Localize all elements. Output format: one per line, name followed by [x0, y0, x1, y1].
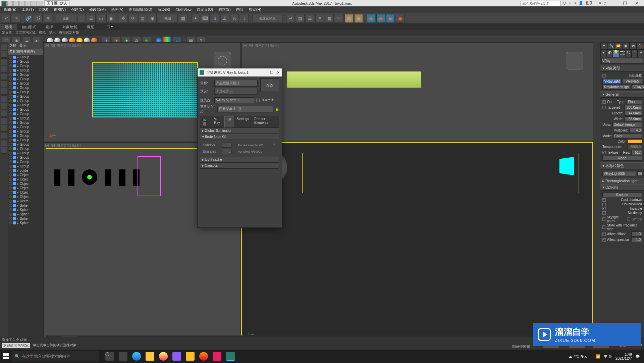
- angle-snap-icon[interactable]: ∠: [220, 14, 229, 23]
- dialog-minimize[interactable]: —: [263, 70, 267, 75]
- menu-animation[interactable]: 动画(A): [109, 6, 125, 13]
- start-button[interactable]: [0, 353, 12, 359]
- weather[interactable]: ☁ 7°C 多云: [569, 354, 588, 359]
- cp-tab-utilities[interactable]: 🔨: [637, 42, 644, 49]
- cb-affectdiffuse[interactable]: [602, 232, 606, 236]
- cb-affectspecular[interactable]: [602, 238, 606, 242]
- rotate-icon[interactable]: ⟳: [128, 14, 137, 23]
- se-item[interactable]: ▸ Group: [8, 120, 43, 125]
- se-item[interactable]: ▸ Group: [8, 94, 43, 99]
- render-setup-icon[interactable]: 🫖: [367, 14, 375, 23]
- exclude-button[interactable]: Exclude: [602, 192, 642, 197]
- help-q[interactable]: ?: [272, 143, 276, 147]
- aff-s-spinner[interactable]: 1.0: [631, 237, 642, 242]
- snap-toggle-icon[interactable]: 3: [211, 14, 219, 23]
- redo-icon[interactable]: ↷: [12, 14, 20, 23]
- selectionset-dropdown[interactable]: 创建选择集: [252, 14, 282, 23]
- se-column-header[interactable]: 名称(按升序排序): [8, 49, 43, 55]
- lt-8[interactable]: [1, 95, 7, 102]
- cb-nodecay[interactable]: [602, 211, 606, 215]
- render-icon[interactable]: 🫖: [386, 14, 395, 23]
- ribbon-sub-0[interactable]: 定义流: [2, 30, 12, 36]
- cb-savefile[interactable]: [256, 99, 260, 102]
- qat-link[interactable]: [38, 1, 43, 6]
- refcoord-dropdown[interactable]: 视图: [158, 14, 178, 23]
- select-icon[interactable]: ⬚: [77, 14, 86, 23]
- menu-grapheditors[interactable]: 图形编辑器(D): [127, 6, 154, 13]
- se-item[interactable]: ▸ Objec: [8, 186, 43, 190]
- ribbon-tab-freeform[interactable]: 自由形式: [17, 24, 41, 30]
- cp-category-dropdown[interactable]: VRay: [601, 58, 643, 64]
- se-item[interactable]: ▸ Group: [8, 125, 43, 129]
- se-item[interactable]: ▸ Group: [8, 138, 43, 142]
- se-item[interactable]: ▸ Spher: [8, 203, 43, 208]
- cp-roll-types[interactable]: ▾ 对象类型: [600, 65, 644, 72]
- tb-app1[interactable]: [159, 352, 168, 361]
- cp-roll-rect[interactable]: ▸ Rectangle/disc light: [600, 178, 644, 184]
- keyboard-icon[interactable]: ⌨: [201, 14, 210, 23]
- lt-1[interactable]: [1, 44, 7, 50]
- se-item[interactable]: ▸ Group: [8, 142, 43, 147]
- se-item[interactable]: ▸ Group: [8, 68, 43, 72]
- tb-edge[interactable]: [132, 352, 141, 361]
- type-dropdown[interactable]: Plane: [627, 99, 642, 104]
- undo-icon[interactable]: ↶: [2, 14, 11, 23]
- cb-castshadows[interactable]: [602, 198, 606, 202]
- exchange-icon[interactable]: ✕: [599, 1, 602, 5]
- dlg-tab-settings[interactable]: Settings: [234, 116, 252, 127]
- tray-date[interactable]: 2021/12/7: [615, 356, 632, 360]
- schematic-icon[interactable]: ▦: [344, 14, 353, 23]
- se-item[interactable]: ▸ Group: [8, 103, 43, 107]
- cp-roll-name[interactable]: ▾ 名称和颜色: [600, 162, 644, 169]
- help-search[interactable]: [521, 1, 561, 6]
- se-item[interactable]: ▸ Group: [8, 99, 43, 103]
- tb-3dsmax[interactable]: [226, 352, 235, 361]
- menu-help[interactable]: 帮助(H): [247, 6, 263, 13]
- lt-15[interactable]: [1, 147, 7, 154]
- ribbon-sub-3[interactable]: 显示: [49, 30, 56, 36]
- menu-create[interactable]: 创建(C): [69, 6, 86, 13]
- se-item[interactable]: ▸ Group: [8, 164, 43, 168]
- se-item[interactable]: ▸ Group: [8, 72, 43, 77]
- se-item[interactable]: ▸ Group: [8, 151, 43, 155]
- se-item[interactable]: ▸ Group: [8, 55, 43, 59]
- link-icon[interactable]: 🔗: [24, 14, 33, 23]
- color-swatch[interactable]: [628, 139, 642, 144]
- menu-civilview[interactable]: Civil View: [173, 7, 193, 12]
- mirror-icon[interactable]: ⇌: [286, 14, 295, 23]
- align-icon[interactable]: ▤: [296, 14, 305, 23]
- viewport-camera[interactable]: 设认明暗助款 ⊥—: [241, 142, 593, 343]
- placement-icon[interactable]: ◉: [148, 14, 157, 23]
- tb-firefox[interactable]: [199, 352, 208, 361]
- tb-app3[interactable]: [186, 352, 195, 361]
- cb-on[interactable]: [602, 100, 606, 104]
- target-dropdown[interactable]: 产品级渲染模式: [214, 80, 258, 87]
- user-icon[interactable]: 👤: [579, 1, 583, 5]
- cb-store[interactable]: [602, 225, 605, 229]
- type-vrayies[interactable]: VRayIES: [623, 79, 642, 84]
- subdiv-spinner[interactable]: 8: [222, 143, 232, 148]
- se-item[interactable]: ▸ Objec: [8, 182, 43, 186]
- menu-maxscript[interactable]: 脚本(S): [216, 6, 233, 13]
- minimize-button[interactable]: —: [608, 1, 618, 6]
- se-item[interactable]: ▸ Group: [8, 160, 43, 164]
- type-vrayambient[interactable]: RayAmbientLigh: [602, 85, 630, 90]
- infocenter-2[interactable]: ☆: [568, 1, 572, 5]
- type-vraylight[interactable]: VRayLight: [602, 79, 622, 84]
- tb-taskview[interactable]: ◯: [105, 352, 114, 361]
- lt-4[interactable]: [1, 66, 7, 72]
- ribbon-sub-4[interactable]: 编辑选定对象: [59, 30, 79, 36]
- cp-roll-options[interactable]: ▾ Options: [600, 184, 644, 191]
- addtimetag[interactable]: 添加时间标记: [512, 345, 530, 349]
- ribbon-icon[interactable]: ▦: [325, 14, 334, 23]
- cb-doublesided[interactable]: [602, 203, 606, 206]
- dialog-close[interactable]: ✕: [277, 70, 280, 75]
- percent-snap-icon[interactable]: %: [230, 14, 239, 23]
- dialog-titlebar[interactable]: 渲染设置: V-Ray 5, beta 1 — ☐ ✕: [198, 68, 282, 76]
- cb-invisible[interactable]: [602, 207, 606, 210]
- cp-sub-5[interactable]: ⬡: [625, 50, 632, 57]
- se-item[interactable]: ▸ Group: [8, 134, 43, 138]
- tray-ime[interactable]: 中 英: [604, 354, 612, 359]
- lt-12[interactable]: [1, 125, 7, 132]
- cp-roll-general[interactable]: ▾ General: [600, 91, 644, 98]
